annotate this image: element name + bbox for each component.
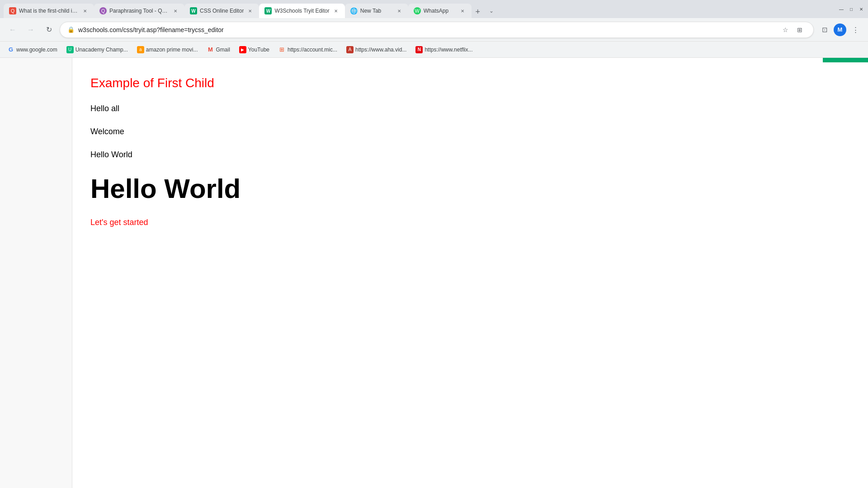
bookmark-gmail-label: Gmail (216, 47, 230, 53)
bookmark-netflix[interactable]: N https://www.netflix... (412, 44, 476, 55)
back-button[interactable]: ← (5, 23, 20, 37)
omnibox-bar: ← → ↻ 🔒 w3schools.com/css/tryit.asp?file… (0, 18, 868, 42)
bookmarks-bar: G www.google.com U Unacademy Champ... a … (0, 42, 868, 58)
tab4-favicon: W (264, 7, 272, 14)
menu-button[interactable]: ⋮ (848, 23, 863, 37)
profile-avatar[interactable]: M (834, 23, 846, 36)
window-controls: — □ ✕ (838, 6, 864, 12)
preview-para-red: Let's get started (90, 218, 497, 227)
bookmark-youtube[interactable]: ▶ YouTube (236, 44, 273, 55)
tab6-favicon: W (414, 7, 421, 14)
preview-para3: Hello World (90, 150, 497, 160)
tab1-title: What is the first-child in ... (19, 8, 79, 14)
bookmark-gmail[interactable]: M Gmail (203, 44, 233, 55)
bookmark-youtube-label: YouTube (248, 47, 269, 53)
new-tab-button[interactable]: + (472, 5, 484, 18)
title-bar: Q What is the first-child in ... ✕ Q Par… (0, 0, 868, 18)
tab-w3schools-tryit[interactable]: W W3Schools Tryit Editor ✕ (259, 4, 344, 18)
bookmark-unacademy-label: Unacademy Champ... (75, 47, 128, 53)
left-sidebar (0, 58, 72, 488)
reload-button[interactable]: ↻ (42, 23, 56, 37)
tab-overflow-button[interactable]: ⌄ (484, 4, 499, 18)
tab5-favicon: 🌐 (350, 7, 358, 14)
tab3-close[interactable]: ✕ (246, 7, 254, 14)
preview-content: Example of First Child Hello all Welcome… (90, 76, 497, 227)
bookmark-netflix-label: https://www.netflix... (425, 47, 472, 53)
content-area: Example of First Child Hello all Welcome… (0, 58, 868, 488)
tab5-title: New Tab (360, 8, 393, 14)
preview-para1: Hello all (90, 104, 497, 113)
forward-button[interactable]: → (24, 23, 38, 37)
url-text: w3schools.com/css/tryit.asp?filename=try… (78, 26, 775, 33)
bookmark-microsoft[interactable]: ⊞ https://account.mic... (275, 44, 341, 55)
unacademy-favicon: U (66, 46, 74, 53)
bookmark-star-icon[interactable]: ☆ (779, 23, 792, 36)
bookmark-unacademy[interactable]: U Unacademy Champ... (63, 44, 132, 55)
tab-strip: Q What is the first-child in ... ✕ Q Par… (4, 0, 833, 18)
tab-paraphrasing[interactable]: Q Paraphrasing Tool - Quilli... ✕ (94, 4, 184, 18)
tab-what-is-first-child[interactable]: Q What is the first-child in ... ✕ (4, 4, 94, 18)
preview-para2: Welcome (90, 127, 497, 136)
w3-top-bar (823, 58, 868, 62)
bookmark-google-label: www.google.com (16, 47, 57, 53)
extension-puzzle-icon[interactable]: ⊞ (793, 23, 806, 36)
bookmark-amazon[interactable]: a amazon prime movi... (133, 44, 202, 55)
tab1-close[interactable]: ✕ (81, 7, 89, 14)
netflix-favicon: N (415, 46, 423, 53)
tab4-title: W3Schools Tryit Editor (274, 8, 329, 14)
tab6-close[interactable]: ✕ (459, 7, 466, 14)
tab-new-tab[interactable]: 🌐 New Tab ✕ (345, 4, 408, 18)
tab3-favicon: W (190, 7, 197, 14)
tab6-title: WhatsApp (424, 8, 456, 14)
tab1-favicon: Q (9, 7, 16, 14)
tab-css-online-editor[interactable]: W CSS Online Editor ✕ (184, 4, 259, 18)
microsoft-favicon: ⊞ (278, 46, 286, 53)
browser-actions: ⊡ M ⋮ (817, 23, 863, 37)
preview-pane: Example of First Child Hello all Welcome… (72, 58, 868, 488)
tab2-title: Paraphrasing Tool - Quilli... (109, 8, 169, 14)
tab-whatsapp[interactable]: W WhatsApp ✕ (408, 4, 472, 18)
tab5-close[interactable]: ✕ (396, 7, 403, 14)
tab2-close[interactable]: ✕ (172, 7, 179, 14)
browser-window: Q What is the first-child in ... ✕ Q Par… (0, 0, 868, 488)
aha-favicon: A (346, 46, 354, 53)
tab3-title: CSS Online Editor (200, 8, 244, 14)
tab4-close[interactable]: ✕ (332, 7, 340, 14)
youtube-favicon: ▶ (239, 46, 246, 53)
preview-heading-large: Hello World (90, 173, 497, 204)
gmail-favicon: M (207, 46, 214, 53)
bookmark-aha-label: https://www.aha.vid... (355, 47, 406, 53)
address-bar[interactable]: 🔒 w3schools.com/css/tryit.asp?filename=t… (60, 22, 814, 38)
extensions-button[interactable]: ⊡ (817, 23, 832, 37)
omnibox-actions: ☆ ⊞ (779, 23, 806, 36)
google-favicon: G (7, 46, 14, 53)
bookmark-google[interactable]: G www.google.com (4, 44, 61, 55)
amazon-favicon: a (137, 46, 144, 53)
minimize-button[interactable]: — (838, 6, 844, 12)
security-lock-icon: 🔒 (67, 26, 75, 33)
bookmark-amazon-label: amazon prime movi... (146, 47, 198, 53)
tab2-favicon: Q (99, 7, 107, 14)
maximize-button[interactable]: □ (848, 6, 854, 12)
close-button[interactable]: ✕ (858, 6, 864, 12)
bookmark-microsoft-label: https://account.mic... (288, 47, 337, 53)
bookmark-aha[interactable]: A https://www.aha.vid... (343, 44, 410, 55)
preview-heading: Example of First Child (90, 76, 497, 90)
